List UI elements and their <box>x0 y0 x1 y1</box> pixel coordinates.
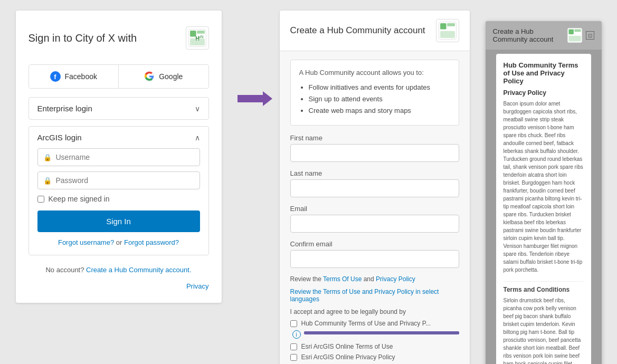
keep-signed-in-checkbox[interactable] <box>37 196 44 203</box>
svg-rect-3 <box>190 31 196 36</box>
forgot-password-link[interactable]: Forgot password? <box>124 238 179 246</box>
google-login-button[interactable]: Google <box>119 65 208 88</box>
email-field: Email <box>290 205 459 233</box>
no-account-row: No account? Create a Hub Community accou… <box>29 266 209 274</box>
privacy-policy-link[interactable]: Privacy Policy <box>376 275 415 283</box>
google-icon <box>144 71 155 82</box>
sign-in-panel: Sign in to City of X with H uN f Faceboo… <box>16 11 222 303</box>
enterprise-login-header[interactable]: Enterprise login ∨ <box>29 98 208 119</box>
svg-rect-14 <box>568 36 581 42</box>
expand-icon[interactable]: ⊡ <box>586 31 594 40</box>
sign-in-button[interactable]: Sign In <box>37 210 200 232</box>
info-box-title: A Hub Community account allows you to: <box>299 69 450 76</box>
terms-before-text: Review the <box>290 275 321 283</box>
arcgis-login-body: 🔒 🔒 Keep me signed in Sign In Forgot use… <box>29 148 208 255</box>
info-icon[interactable]: i <box>292 330 301 339</box>
list-item: Sign up to attend events <box>309 93 450 105</box>
terms-conditions-title: Terms and Conditions <box>504 281 584 293</box>
arcgis-login-header[interactable]: ArcGIS login ∧ <box>29 127 208 148</box>
overlay-header-right: ⊡ <box>567 27 594 43</box>
esri-terms-checkbox-row: Esri ArcGIS Online Terms of Use <box>290 343 459 350</box>
chevron-up-icon: ∧ <box>195 133 200 142</box>
confirm-email-input[interactable] <box>290 250 459 268</box>
overlay-card: Create a Hub Community account ⊡ Hub Com… <box>486 21 602 364</box>
hub-terms-bar-row: i <box>290 330 459 339</box>
or-text: or <box>116 238 122 246</box>
keep-signed-in-row: Keep me signed in <box>37 195 200 203</box>
create-account-body: A Hub Community account allows you to: F… <box>280 51 470 364</box>
facebook-btn-label: Facebook <box>65 72 97 81</box>
last-name-field: Last name <box>290 169 459 197</box>
hub-logo-icon: H uN <box>188 28 207 47</box>
password-input[interactable] <box>56 176 194 185</box>
review-terms-link[interactable]: Review the Terms of Use and Privacy Poli… <box>290 288 459 303</box>
terms-conditions-text: Sirloin drumstick beef ribs, picanha cow… <box>504 296 584 364</box>
svg-rect-13 <box>574 29 581 32</box>
list-item: Create web maps and story maps <box>309 105 450 117</box>
email-label: Email <box>290 205 459 213</box>
create-account-title: Create a Hub Community account <box>290 25 425 36</box>
terms-of-use-link[interactable]: Terms Of Use <box>323 275 362 283</box>
overlay-panel: Create a Hub Community account ⊡ Hub Com… <box>486 21 602 364</box>
social-login-buttons: f Facebook Google <box>29 64 209 89</box>
overlay-section-title: Hub Community Terms of Use and Privacy P… <box>504 61 584 85</box>
esri-terms-checkbox[interactable] <box>290 343 297 350</box>
last-name-input[interactable] <box>290 179 459 197</box>
create-account-hub-logo <box>436 19 459 42</box>
arrow-shaft <box>238 95 264 102</box>
confirm-email-label: Confirm email <box>290 240 459 248</box>
lock-icon-password: 🔒 <box>43 177 52 185</box>
info-box: A Hub Community account allows you to: F… <box>290 60 459 126</box>
forgot-links: Forgot username? or Forgot password? <box>37 238 200 246</box>
svg-rect-10 <box>440 31 455 38</box>
esri-privacy-checkbox[interactable] <box>290 354 297 361</box>
hub-terms-label: Hub Community Terms of Use and Privacy P… <box>301 320 431 327</box>
first-name-label: First name <box>290 134 459 142</box>
first-name-input[interactable] <box>290 144 459 162</box>
hub-logo-icon-right <box>438 21 457 40</box>
terms-and-text: and <box>364 275 374 283</box>
list-item: Follow initiatives and events for update… <box>309 82 450 93</box>
last-name-label: Last name <box>290 169 459 177</box>
svg-rect-9 <box>447 23 455 26</box>
enterprise-login-accordion: Enterprise login ∨ <box>29 97 209 120</box>
overlay-hub-logo <box>567 27 583 43</box>
sign-in-title: Sign in to City of X with <box>29 32 137 44</box>
svg-rect-8 <box>440 23 446 29</box>
overlay-title: Create a Hub Community account <box>493 27 567 43</box>
confirm-email-field: Confirm email <box>290 240 459 268</box>
hub-terms-checkbox[interactable] <box>290 320 297 327</box>
svg-rect-5 <box>190 39 205 45</box>
create-account-link[interactable]: Create a Hub Community account. <box>86 266 191 274</box>
create-account-header: Create a Hub Community account <box>280 11 470 51</box>
hub-terms-checkbox-row: Hub Community Terms of Use and Privacy P… <box>290 320 459 327</box>
facebook-login-button[interactable]: f Facebook <box>29 65 119 88</box>
create-account-panel: Create a Hub Community account A Hub Com… <box>280 11 470 364</box>
no-account-text: No account? <box>45 266 84 274</box>
google-btn-label: Google <box>159 72 183 81</box>
facebook-icon: f <box>50 71 61 82</box>
email-input[interactable] <box>290 215 459 233</box>
overlay-body-container: Hub Community Terms of Use and Privacy P… <box>491 54 596 364</box>
username-field-wrapper: 🔒 <box>37 148 200 166</box>
first-name-field: First name <box>290 134 459 162</box>
terms-section: Review the Terms Of Use and Privacy Poli… <box>290 275 459 283</box>
svg-text:uN: uN <box>198 34 203 39</box>
privacy-policy-heading: Privacy Policy <box>504 89 584 97</box>
esri-terms-label: Esri ArcGIS Online Terms of Use <box>301 343 393 350</box>
lock-icon: 🔒 <box>43 154 52 161</box>
terms-progress-bar <box>304 331 459 334</box>
overlay-header: Create a Hub Community account ⊡ <box>486 21 602 50</box>
chevron-down-icon: ∨ <box>195 104 200 113</box>
svg-rect-12 <box>568 29 574 34</box>
username-input[interactable] <box>56 153 194 161</box>
password-field-wrapper: 🔒 <box>37 171 200 189</box>
agree-text: I accept and agree to be legally bound b… <box>290 308 459 315</box>
privacy-link[interactable]: Privacy <box>29 282 209 290</box>
forgot-username-link[interactable]: Forgot username? <box>58 238 114 246</box>
arcgis-login-label: ArcGIS login <box>37 133 82 142</box>
arrow-shape <box>238 95 264 102</box>
privacy-policy-text: Bacon ipsum dolor amet burgdoggen capico… <box>504 100 584 274</box>
esri-privacy-label: Esri ArcGIS Online Privacy Policy <box>301 353 395 361</box>
esri-privacy-checkbox-row: Esri ArcGIS Online Privacy Policy <box>290 353 459 361</box>
